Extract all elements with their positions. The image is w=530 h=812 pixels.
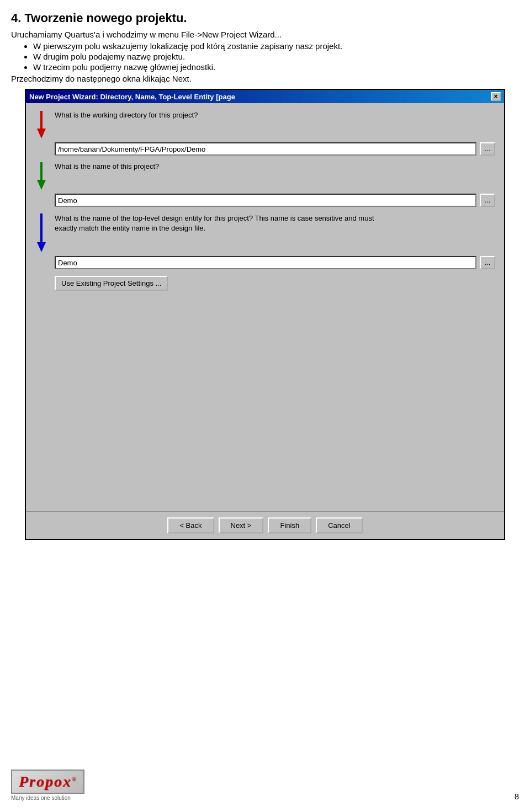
- dialog-footer: < Back Next > Finish Cancel: [26, 511, 504, 539]
- question2-text: What is the name of this project?: [55, 162, 159, 172]
- question2-row: What is the name of this project?: [35, 162, 495, 191]
- input3-row: ...: [35, 256, 495, 269]
- question3-text: What is the name of the top-level design…: [55, 213, 374, 233]
- svg-marker-5: [37, 242, 46, 252]
- finish-button[interactable]: Finish: [268, 517, 311, 533]
- arrow2-area: [35, 162, 55, 191]
- dialog-titlebar: New Project Wizard: Directory, Name, Top…: [26, 90, 504, 103]
- question3-row: What is the name of the top-level design…: [35, 213, 495, 254]
- bullet-item-1: W pierwszym polu wskazujemy lokalizację …: [33, 41, 519, 51]
- project-name-input[interactable]: [55, 194, 476, 207]
- dialog-body: What is the working directory for this p…: [26, 103, 504, 511]
- svg-marker-1: [37, 129, 46, 138]
- arrow3-area: [35, 213, 55, 254]
- svg-marker-3: [37, 180, 46, 190]
- browse2-button[interactable]: ...: [480, 194, 495, 207]
- page-title: 4. Tworzenie nowego projektu.: [11, 11, 519, 25]
- question1-text: What is the working directory for this p…: [55, 111, 198, 120]
- dialog-spacer: [35, 295, 495, 505]
- browse3-button[interactable]: ...: [480, 256, 495, 269]
- green-arrow-icon: [35, 162, 48, 190]
- bullet-item-3: W trzecim polu podjemy nazwę głównej jed…: [33, 62, 519, 72]
- question1-row: What is the working directory for this p…: [35, 111, 495, 140]
- directory-input[interactable]: [55, 142, 476, 156]
- blue-arrow-icon: [35, 213, 48, 252]
- red-arrow-icon: [35, 111, 48, 138]
- browse1-button[interactable]: ...: [480, 142, 495, 156]
- next-button[interactable]: Next >: [219, 517, 264, 533]
- input1-row: ...: [35, 142, 495, 156]
- use-existing-button[interactable]: Use Existing Project Settings ...: [55, 276, 168, 291]
- bullet-list: W pierwszym polu wskazujemy lokalizację …: [33, 41, 519, 72]
- entity-name-input[interactable]: [55, 256, 476, 269]
- bullet-item-2: W drugim polu podajemy nazwę projektu.: [33, 52, 519, 61]
- wizard-dialog: New Project Wizard: Directory, Name, Top…: [25, 89, 505, 540]
- back-button[interactable]: < Back: [167, 517, 214, 533]
- brand-tagline: Many ideas one solution: [11, 795, 71, 801]
- closing-text: Przechodzimy do następnego okna klikając…: [11, 74, 519, 83]
- brand-logo: Propox® Many ideas one solution: [11, 770, 84, 801]
- arrow1-area: [35, 111, 55, 140]
- input2-row: ...: [35, 194, 495, 207]
- intro-text: Uruchamiamy Quartus'a i wchodzimy w menu…: [11, 30, 519, 39]
- cancel-button[interactable]: Cancel: [316, 517, 362, 533]
- dialog-close-button[interactable]: ×: [491, 92, 501, 101]
- brand-name: Propox®: [11, 770, 84, 794]
- page-number: 8: [515, 792, 519, 801]
- page-footer: Propox® Many ideas one solution 8: [11, 770, 519, 801]
- dialog-title: New Project Wizard: Directory, Name, Top…: [29, 93, 235, 101]
